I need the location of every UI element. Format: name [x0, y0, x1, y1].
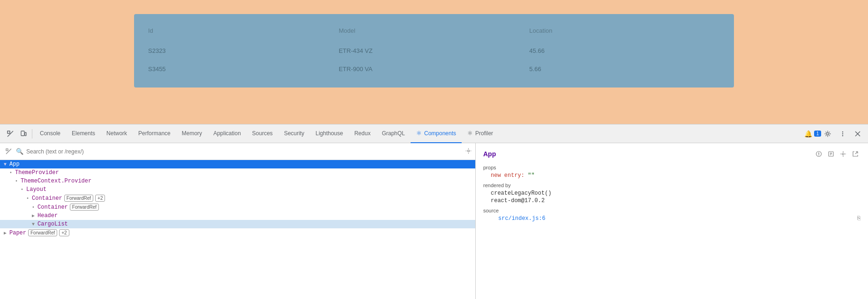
header-id: Id [148, 27, 339, 34]
table-row: S2323 ETR-434 VZ 45.66 [148, 42, 720, 60]
cell-location-0: 45.66 [529, 47, 720, 54]
toolbar-divider [32, 129, 32, 139]
svg-rect-2 [21, 131, 24, 136]
svg-rect-0 [7, 131, 10, 133]
prop-value: "" [528, 172, 534, 179]
tab-sources[interactable]: Sources [247, 124, 278, 143]
notification-count: 1 [814, 131, 822, 137]
view-source-icon[interactable] [814, 149, 824, 159]
badge-plus2: +2 [95, 195, 105, 202]
tab-application[interactable]: Application [208, 124, 247, 143]
svg-point-20 [842, 153, 844, 155]
tree-node-themeprovider[interactable]: • ThemeProvider [0, 168, 475, 177]
tab-network[interactable]: Network [101, 124, 133, 143]
tab-memory[interactable]: Memory [176, 124, 208, 143]
tree-node-cargolist[interactable]: ▼ CargoList [0, 220, 475, 228]
svg-point-4 [827, 132, 829, 135]
notification-button[interactable]: 🔔 1 [806, 127, 819, 140]
settings-icon[interactable] [821, 127, 834, 140]
panel-actions [814, 149, 861, 159]
source-label: source [483, 208, 861, 213]
device-toggle-icon[interactable] [17, 127, 30, 140]
cell-id-0: S2323 [148, 47, 339, 54]
svg-rect-10 [6, 149, 8, 151]
tab-lighthouse[interactable]: Lighthouse [310, 124, 349, 143]
svg-rect-3 [25, 132, 26, 136]
more-options-icon[interactable] [836, 127, 849, 140]
inspect-dom-icon[interactable] [826, 149, 836, 159]
badge-forwardref-2: ForwardRef [70, 204, 99, 211]
tree-node-container-2[interactable]: • ContainerForwardRef [0, 203, 475, 211]
tab-redux[interactable]: Redux [349, 124, 376, 143]
cell-location-1: 5.66 [529, 66, 720, 73]
svg-point-7 [842, 135, 843, 136]
cargo-table: Id Model Location S2323 ETR-434 VZ 45.66… [134, 14, 734, 88]
svg-point-5 [842, 131, 843, 132]
search-bar: 🔍 [0, 143, 475, 160]
rendered-item-1: react-dom@17.0.2 [483, 197, 861, 204]
tree-node-layout[interactable]: • Layout [0, 185, 475, 194]
prop-key: new entry: [491, 172, 524, 179]
header-location: Location [529, 27, 720, 34]
tab-console[interactable]: Console [34, 124, 66, 143]
table-row: S3455 ETR-900 VA 5.66 [148, 60, 720, 78]
copy-source-icon[interactable]: ⎘ [857, 215, 861, 222]
search-icon: 🔍 [16, 148, 23, 155]
header-model: Model [339, 27, 530, 34]
svg-line-1 [7, 131, 13, 137]
tab-profiler[interactable]: ⚛ Profiler [462, 124, 499, 143]
tree-node-app[interactable]: ▼ App [0, 160, 475, 168]
tree-node-themecontext[interactable]: • ThemeContext.Provider [0, 177, 475, 185]
panel-header: App [483, 149, 861, 159]
source-path-row: src/index.js:6 ⎘ [483, 215, 861, 222]
svg-line-23 [855, 152, 858, 154]
tree-node-paper[interactable]: ▶ PaperForwardRef+2 [0, 228, 475, 237]
toolbar-right-actions: 🔔 1 [806, 127, 864, 140]
search-settings-icon[interactable] [465, 148, 471, 155]
source-path[interactable]: src/index.js:6 [491, 215, 546, 222]
tab-components[interactable]: ⚛ Components [411, 124, 462, 143]
profiler-icon: ⚛ [467, 130, 473, 137]
devtools-toolbar: Console Elements Network Performance Mem… [0, 124, 868, 143]
rendered-by-label: rendered by [483, 182, 861, 188]
tree-node-header[interactable]: ▶ Header [0, 211, 475, 220]
tab-security[interactable]: Security [278, 124, 310, 143]
badge-forwardref: ForwardRef [64, 195, 93, 202]
badge-plus2-2: +2 [59, 229, 69, 236]
inspect-element-icon[interactable] [4, 127, 17, 140]
open-in-editor-icon[interactable] [850, 149, 861, 159]
svg-line-11 [6, 149, 11, 154]
component-tree[interactable]: ▼ App • ThemeProvider • ThemeContext.Pro… [0, 160, 475, 299]
cell-model-0: ETR-434 VZ [339, 47, 530, 54]
props-section-label: props [483, 165, 861, 170]
settings-panel-icon[interactable] [838, 149, 848, 159]
select-component-icon[interactable] [4, 147, 13, 156]
tab-graphql[interactable]: GraphQL [376, 124, 411, 143]
component-tree-panel: 🔍 ▼ App • ThemeProvider • ThemeContext.P… [0, 143, 476, 299]
svg-point-12 [468, 150, 470, 152]
devtools-panel: Console Elements Network Performance Mem… [0, 124, 868, 299]
prop-new-entry: new entry: "" [483, 172, 861, 179]
components-icon: ⚛ [416, 130, 422, 137]
svg-point-15 [818, 155, 819, 156]
devtools-body: 🔍 ▼ App • ThemeProvider • ThemeContext.P… [0, 143, 868, 299]
app-main-area: Id Model Location S2323 ETR-434 VZ 45.66… [0, 0, 868, 124]
rendered-item-0: createLegacyRoot() [483, 190, 861, 197]
cell-id-1: S3455 [148, 66, 339, 73]
close-devtools-icon[interactable] [851, 127, 864, 140]
search-input[interactable] [26, 148, 463, 155]
selected-component-title: App [483, 150, 496, 158]
tab-performance[interactable]: Performance [133, 124, 176, 143]
cell-model-1: ETR-900 VA [339, 66, 530, 73]
svg-point-6 [842, 133, 843, 134]
table-header-row: Id Model Location [148, 23, 720, 42]
badge-forwardref-3: ForwardRef [28, 229, 57, 236]
tree-node-container-1[interactable]: • ContainerForwardRef+2 [0, 194, 475, 203]
tab-elements[interactable]: Elements [66, 124, 101, 143]
component-details-panel: App props new [476, 143, 868, 299]
